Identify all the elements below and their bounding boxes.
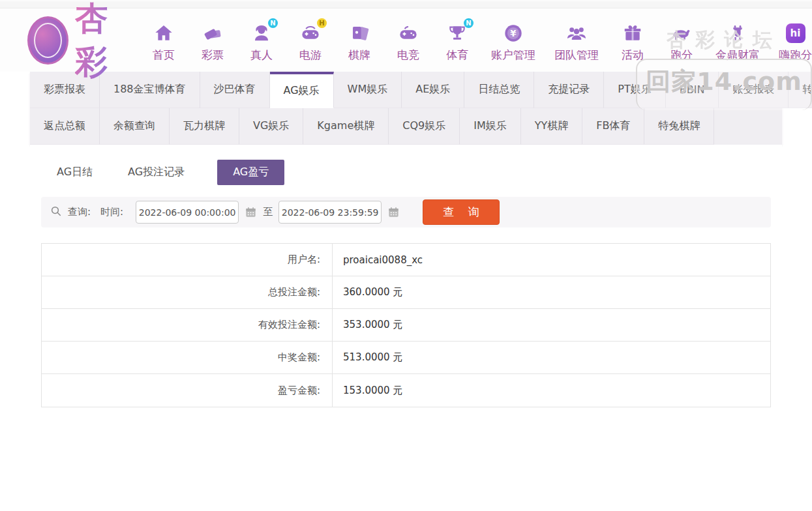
nav-label: 棋牌 xyxy=(348,48,370,63)
row-label: 有效投注金额: xyxy=(42,309,333,341)
nav-label: 团队管理 xyxy=(554,48,599,63)
nav-label: 金鼎财富 xyxy=(715,48,760,63)
table-row: 盈亏金额: 153.0000 元 xyxy=(42,374,770,407)
subtab-ag-rijie[interactable]: AG日结 xyxy=(54,160,95,185)
hot-badge: H xyxy=(317,18,327,28)
new-badge: N xyxy=(268,18,278,28)
subtab-ag-touzhu-jilu[interactable]: AG投注记录 xyxy=(125,160,187,185)
calendar-icon[interactable] xyxy=(387,206,400,218)
row-label: 盈亏金额: xyxy=(42,374,333,407)
nav-label: 电游 xyxy=(299,48,322,63)
nav-label: 体育 xyxy=(446,48,468,63)
content-card: AG日结 AG投注记录 AG盈亏 查询: 时间: 至 查 询 用户名: xyxy=(30,145,782,418)
row-label: 总投注金额: xyxy=(42,276,333,308)
query-label: 查询: xyxy=(68,206,91,218)
nav-label: 嗨跑分 xyxy=(779,48,812,63)
tab-bbin[interactable]: BBIN xyxy=(666,72,719,108)
tab-row-2: 返点总额 余额查询 瓦力棋牌 VG娱乐 Kgame棋牌 CQ9娱乐 IM娱乐 Y… xyxy=(30,108,782,145)
calendar-icon[interactable] xyxy=(245,206,257,218)
nav-label: 账户管理 xyxy=(491,48,535,63)
tab-kgame-qipai[interactable]: Kgame棋牌 xyxy=(303,108,389,145)
profit-summary-table: 用户名: proaicai0088_xc 总投注金额: 360.0000 元 有… xyxy=(41,243,771,407)
tab-rijie-zonglan[interactable]: 日结总览 xyxy=(464,72,534,108)
nav-label: 首页 xyxy=(153,48,175,63)
report-tabstrip: 彩票报表 188金宝博体育 沙巴体育 AG娱乐 WM娱乐 AE娱乐 日结总览 充… xyxy=(30,72,782,145)
table-row: 有效投注金额: 353.0000 元 xyxy=(42,309,770,342)
nav-item-team[interactable]: 团队管理 xyxy=(554,22,599,63)
nav-item-hipaofen[interactable]: hi 嗨跑分 xyxy=(779,22,812,63)
nav-label: 活动 xyxy=(622,48,644,63)
tab-ag-yule[interactable]: AG娱乐 xyxy=(270,72,334,108)
main-nav: 首页 彩票 N 真人 H 电游 棋牌 xyxy=(149,22,812,63)
tab-wali-qipai[interactable]: 瓦力棋牌 xyxy=(170,108,239,145)
table-row: 总投注金额: 360.0000 元 xyxy=(42,276,770,309)
hi-app-icon: hi xyxy=(785,22,807,44)
row-value: 360.0000 元 xyxy=(333,276,770,308)
logo-emblem-icon xyxy=(27,16,68,65)
home-icon xyxy=(153,22,175,44)
ding-icon xyxy=(727,22,749,44)
coin-icon: ¥ xyxy=(502,22,524,44)
search-icon xyxy=(50,205,62,220)
nav-item-jinding[interactable]: 金鼎财富 xyxy=(715,22,760,63)
nav-label: 彩票 xyxy=(202,48,224,63)
nav-label: 电竞 xyxy=(397,48,419,63)
row-label: 中奖金额: xyxy=(42,342,333,373)
tab-fb-tiyu[interactable]: FB体育 xyxy=(582,108,644,145)
time-label: 时间: xyxy=(100,206,123,218)
tab-wm-yule[interactable]: WM娱乐 xyxy=(334,72,402,108)
live-person-icon: N xyxy=(250,22,273,44)
nav-label: 跑分 xyxy=(670,48,693,63)
site-header: 杏彩 首页 彩票 N 真人 H 电游 xyxy=(0,8,812,72)
tab-zhuanzhang-baobiao[interactable]: 转账报表 xyxy=(789,72,812,108)
nav-item-live[interactable]: N 真人 xyxy=(247,22,277,63)
site-logo[interactable]: 杏彩 xyxy=(27,0,132,84)
cards-icon xyxy=(348,22,370,44)
nav-item-paofen[interactable]: 跑分 xyxy=(667,22,697,63)
tab-im-yule[interactable]: IM娱乐 xyxy=(460,108,521,145)
esports-gamepad-icon xyxy=(397,22,419,44)
nav-item-home[interactable]: 首页 xyxy=(149,22,179,63)
row-value: proaicai0088_xc xyxy=(333,244,770,276)
trophy-icon: N xyxy=(446,22,468,44)
nav-item-sports[interactable]: N 体育 xyxy=(442,22,472,63)
nav-item-cards[interactable]: 棋牌 xyxy=(344,22,374,63)
row-value: 353.0000 元 xyxy=(333,309,770,341)
tab-ae-yule[interactable]: AE娱乐 xyxy=(402,72,464,108)
date-from-input[interactable] xyxy=(136,201,239,224)
tab-row-1: 彩票报表 188金宝博体育 沙巴体育 AG娱乐 WM娱乐 AE娱乐 日结总览 充… xyxy=(30,72,782,108)
query-button[interactable]: 查 询 xyxy=(423,199,499,225)
tab-chongti-jilu[interactable]: 充提记录 xyxy=(534,72,604,108)
table-row: 中奖金额: 513.0000 元 xyxy=(42,342,770,374)
nav-item-esports[interactable]: 电竞 xyxy=(393,22,423,63)
to-separator: 至 xyxy=(263,206,273,218)
nav-item-lottery[interactable]: 彩票 xyxy=(198,22,228,63)
tab-cq9-yule[interactable]: CQ9娱乐 xyxy=(389,108,460,145)
ag-subtabs: AG日结 AG投注记录 AG盈亏 xyxy=(41,156,771,186)
tab-tetu-qipai[interactable]: 特兔棋牌 xyxy=(644,108,714,145)
rhino-icon xyxy=(670,22,693,44)
gift-icon xyxy=(622,22,644,44)
logo-wordmark: 杏彩 xyxy=(75,0,132,84)
tab-vg-yule[interactable]: VG娱乐 xyxy=(239,108,303,145)
tab-fandian-zonge[interactable]: 返点总额 xyxy=(30,108,100,145)
tab-pt-yule[interactable]: PT娱乐 xyxy=(604,72,665,108)
nav-item-activity[interactable]: 活动 xyxy=(618,22,648,63)
table-row: 用户名: proaicai0088_xc xyxy=(42,244,770,276)
row-label: 用户名: xyxy=(42,244,333,276)
new-badge: N xyxy=(464,18,474,28)
tab-zhangbian-baobiao[interactable]: 账变报表 xyxy=(719,72,789,108)
subtab-ag-yingkui[interactable]: AG盈亏 xyxy=(217,160,284,185)
gamepad-icon: H xyxy=(299,22,322,44)
row-value: 513.0000 元 xyxy=(333,342,770,373)
tab-shaba-tiyu[interactable]: 沙巴体育 xyxy=(200,72,270,108)
date-to-input[interactable] xyxy=(278,201,382,224)
nav-item-account[interactable]: ¥ 账户管理 xyxy=(491,22,535,63)
tickets-icon xyxy=(202,22,224,44)
nav-item-egames[interactable]: H 电游 xyxy=(295,22,325,63)
team-icon xyxy=(565,22,588,44)
tab-yue-chaxun[interactable]: 余额查询 xyxy=(100,108,170,145)
nav-label: 真人 xyxy=(250,48,273,63)
tab-yy-qipai[interactable]: YY棋牌 xyxy=(521,108,583,145)
svg-text:¥: ¥ xyxy=(510,29,517,38)
